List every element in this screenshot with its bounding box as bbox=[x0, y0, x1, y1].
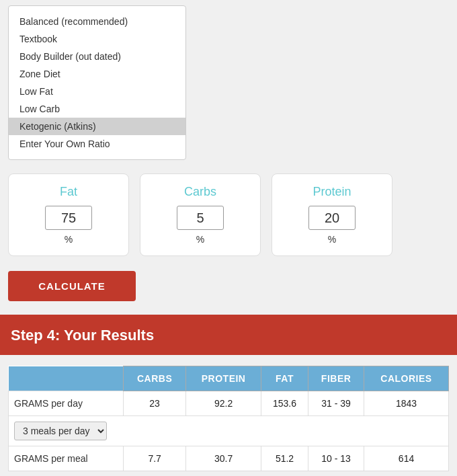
dropdown-item[interactable]: Low Fat bbox=[9, 83, 185, 100]
grams-per-day-label: GRAMS per day bbox=[9, 391, 124, 416]
grams-per-meal-protein: 30.7 bbox=[186, 446, 261, 471]
dropdown-item[interactable]: Enter Your Own Ratio bbox=[9, 135, 185, 153]
col-calories: CALORIES bbox=[364, 366, 449, 391]
grams-per-meal-carbs: 7.7 bbox=[123, 446, 185, 471]
grams-per-meal-row: GRAMS per meal 7.7 30.7 51.2 10 - 13 614 bbox=[9, 446, 449, 471]
protein-unit: % bbox=[286, 234, 378, 245]
dropdown-item[interactable]: Ketogenic (Atkins) bbox=[9, 118, 185, 135]
col-fiber: FIBER bbox=[308, 366, 364, 391]
fat-input[interactable] bbox=[45, 206, 92, 230]
grams-per-meal-label: GRAMS per meal bbox=[9, 446, 124, 471]
macro-section: Fat % Carbs % Protein % bbox=[8, 173, 449, 256]
results-heading: Step 4: Your Results bbox=[0, 316, 457, 355]
grams-per-meal-calories: 614 bbox=[364, 446, 449, 471]
fat-box: Fat % bbox=[8, 173, 129, 256]
fat-label: Fat bbox=[22, 185, 115, 199]
carbs-unit: % bbox=[154, 234, 247, 245]
col-empty bbox=[9, 366, 124, 391]
grams-per-meal-fat: 51.2 bbox=[261, 446, 308, 471]
protein-input[interactable] bbox=[308, 206, 356, 230]
calculate-button[interactable]: CALCULATE bbox=[8, 271, 136, 301]
grams-per-day-protein: 92.2 bbox=[186, 391, 261, 416]
grams-per-day-row: GRAMS per day 23 92.2 153.6 31 - 39 1843 bbox=[9, 391, 449, 416]
dropdown-item[interactable]: Low Carb bbox=[9, 100, 185, 118]
dropdown-item[interactable]: Textbook bbox=[9, 30, 185, 48]
protein-box: Protein % bbox=[272, 173, 392, 256]
table-body: GRAMS per day 23 92.2 153.6 31 - 39 1843… bbox=[9, 391, 449, 471]
col-protein: PROTEIN bbox=[186, 366, 261, 391]
fat-unit: % bbox=[22, 234, 115, 245]
grams-per-day-carbs: 23 bbox=[123, 391, 185, 416]
dropdown-item[interactable]: Balanced (recommended) bbox=[9, 13, 185, 30]
diet-dropdown-list: Balanced (recommended)TextbookBody Build… bbox=[8, 5, 186, 160]
col-carbs: CARBS bbox=[123, 366, 185, 391]
grams-per-meal-fiber: 10 - 13 bbox=[308, 446, 364, 471]
results-table: CARBS PROTEIN FAT FIBER CALORIES GRAMS p… bbox=[8, 366, 449, 471]
carbs-input[interactable] bbox=[177, 206, 224, 230]
carbs-label: Carbs bbox=[154, 185, 247, 199]
protein-label: Protein bbox=[286, 185, 378, 199]
grams-per-day-fiber: 31 - 39 bbox=[308, 391, 364, 416]
col-fat: FAT bbox=[261, 366, 308, 391]
results-table-wrapper: CARBS PROTEIN FAT FIBER CALORIES GRAMS p… bbox=[8, 366, 449, 471]
dropdown-item[interactable]: Zone Diet bbox=[9, 65, 185, 83]
meals-select[interactable]: 3 meals per day2 meals per day4 meals pe… bbox=[14, 422, 107, 440]
carbs-box: Carbs % bbox=[140, 173, 261, 256]
grams-per-day-calories: 1843 bbox=[364, 391, 449, 416]
dropdown-item[interactable]: Body Builder (out dated) bbox=[9, 48, 185, 65]
table-header: CARBS PROTEIN FAT FIBER CALORIES bbox=[9, 366, 449, 391]
meals-row: 3 meals per day2 meals per day4 meals pe… bbox=[9, 416, 449, 446]
grams-per-day-fat: 153.6 bbox=[261, 391, 308, 416]
